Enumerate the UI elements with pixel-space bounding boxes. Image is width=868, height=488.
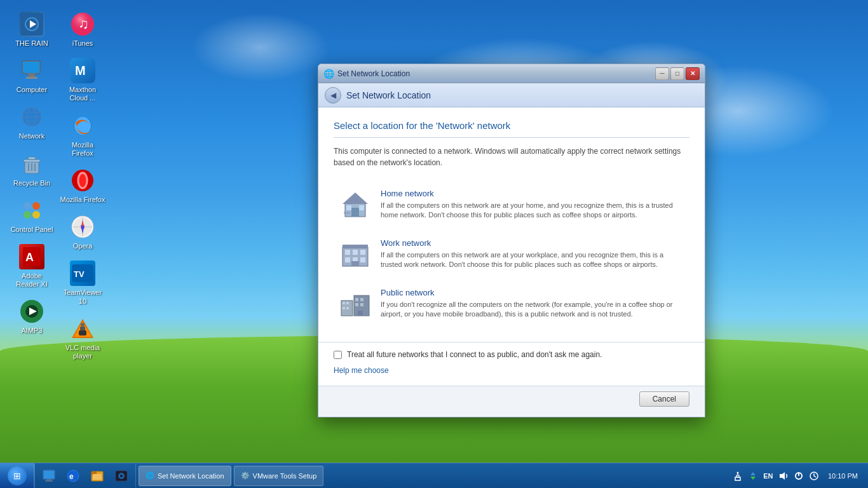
dialog-description: This computer is connected to a network.… — [334, 146, 689, 168]
public-network-option[interactable]: Public network If you don't recognize al… — [334, 280, 689, 327]
svg-rect-77 — [46, 479, 51, 480]
svg-rect-76 — [44, 471, 54, 478]
aimp3-label: AIMP3 — [21, 327, 42, 335]
control-panel-label: Control Panel — [11, 226, 53, 234]
start-button[interactable]: ⊞ — [0, 463, 34, 489]
taskbar-media-icon[interactable] — [110, 464, 133, 487]
desktop-icons-left: THE RAIN Computer — [6, 6, 57, 341]
tray-language-icon[interactable]: EN — [762, 470, 775, 482]
desktop-icon-maxthon[interactable]: M MaxthonCloud ... — [57, 53, 108, 107]
desktop-icon-recycle-bin[interactable]: Recycle Bin — [6, 146, 57, 193]
svg-marker-93 — [780, 472, 785, 480]
home-network-option[interactable]: Home network If all the computers on thi… — [334, 181, 689, 228]
cancel-button[interactable]: Cancel — [639, 391, 689, 407]
svg-rect-54 — [344, 212, 350, 214]
minimize-button[interactable]: ─ — [655, 67, 669, 80]
computer-label: Computer — [17, 86, 47, 94]
treat-public-checkbox[interactable] — [334, 351, 342, 359]
svg-rect-68 — [342, 307, 345, 309]
dialog-nav-title: Set Network Location — [346, 90, 431, 100]
taskbar-ie-icon[interactable]: e — [62, 464, 85, 487]
svg-point-90 — [736, 471, 738, 473]
help-me-choose-link[interactable]: Help me choose — [334, 366, 389, 375]
desktop-icon-adobe-reader[interactable]: A AdobeReader XI — [6, 239, 57, 294]
desktop-icon-aimp3[interactable]: AIMP3 — [6, 294, 57, 340]
desktop-icon-network[interactable]: Network — [6, 99, 57, 146]
svg-rect-66 — [342, 302, 345, 304]
tray-power-icon[interactable] — [792, 470, 805, 482]
back-button[interactable]: ◀ — [325, 87, 341, 104]
svg-rect-67 — [346, 302, 349, 304]
work-network-desc: If all the computers on this network are… — [381, 250, 683, 270]
dialog-footer: Treat all future networks that I connect… — [318, 342, 705, 386]
taskbar-vmware-label: VMware Tools Setup — [253, 472, 317, 480]
dialog-nav-bar: ◀ Set Network Location — [318, 83, 705, 107]
desktop-icon-itunes[interactable]: ♫ iTunes — [57, 6, 108, 53]
taskbar-items: 🌐 Set Network Location ⚙️ VMware Tools S… — [136, 466, 726, 486]
teamviewer-icon: TV — [70, 261, 95, 286]
desktop-icon-computer[interactable]: Computer — [6, 53, 57, 99]
tray-clock-icon[interactable] — [808, 470, 820, 482]
svg-rect-74 — [358, 311, 363, 316]
svg-rect-63 — [351, 261, 359, 266]
desktop-icon-vlc[interactable]: VLC mediaplayer — [57, 311, 108, 365]
desktop-icons-right: ♫ iTunes M MaxthonCloud ... — [57, 6, 108, 365]
svg-point-20 — [32, 202, 40, 210]
desktop-icon-control-panel[interactable]: Control Panel — [6, 193, 57, 239]
network-icon — [19, 104, 44, 130]
svg-point-19 — [24, 202, 31, 210]
svg-point-48 — [81, 323, 85, 327]
computer-icon — [19, 58, 44, 83]
desktop-icon-firefox[interactable]: MozillaFirefox — [57, 108, 108, 163]
desktop-icon-the-rain[interactable]: THE RAIN — [6, 6, 57, 53]
svg-rect-73 — [360, 303, 363, 306]
svg-point-86 — [120, 475, 123, 477]
svg-rect-6 — [26, 77, 37, 79]
svg-point-21 — [24, 211, 31, 219]
home-network-title[interactable]: Home network — [381, 189, 683, 198]
opera-icon — [70, 168, 95, 193]
maximize-button[interactable]: □ — [670, 67, 684, 80]
home-network-desc: If all the computers on this network are… — [381, 201, 683, 220]
svg-point-22 — [32, 211, 40, 219]
taskbar-show-desktop[interactable] — [37, 464, 60, 487]
dialog-subtitle: Select a location for the 'Network' netw… — [334, 120, 689, 138]
desktop-icon-opera[interactable]: Mozilla Firefox — [57, 163, 108, 209]
svg-rect-70 — [355, 298, 358, 301]
svg-rect-62 — [360, 257, 365, 262]
home-network-icon — [340, 189, 370, 219]
taskbar-explorer-icon[interactable] — [86, 464, 109, 487]
taskbar-set-network-label: Set Network Location — [158, 472, 224, 480]
svg-text:A: A — [25, 251, 34, 264]
public-network-title[interactable]: Public network — [381, 288, 683, 297]
aimp3-icon — [19, 299, 44, 324]
svg-rect-88 — [736, 475, 739, 477]
svg-text:♫: ♫ — [78, 16, 89, 32]
public-network-text: Public network If you don't recognize al… — [381, 288, 683, 320]
taskbar-vmware-btn[interactable]: ⚙️ VMware Tools Setup — [234, 466, 324, 486]
itunes-label: iTunes — [72, 39, 93, 48]
dialog-title-text: Set Network Location — [337, 69, 655, 78]
tray-volume-icon[interactable] — [777, 470, 790, 482]
svg-rect-56 — [342, 245, 368, 248]
tray-network-icon[interactable] — [731, 470, 744, 482]
work-network-icon — [340, 238, 370, 269]
tray-arrows-icon[interactable] — [747, 470, 759, 482]
desktop-icon-teamviewer[interactable]: TV TeamViewer10 — [57, 255, 108, 310]
svg-rect-47 — [80, 327, 85, 330]
svg-line-98 — [814, 476, 816, 477]
svg-rect-58 — [353, 250, 358, 255]
vlc-label: VLC mediaplayer — [65, 344, 100, 360]
taskbar-set-network-btn[interactable]: 🌐 Set Network Location — [139, 466, 231, 486]
svg-rect-46 — [79, 330, 86, 336]
work-network-title[interactable]: Work network — [381, 238, 683, 248]
svg-rect-71 — [360, 298, 363, 301]
treat-public-label: Treat all future networks that I connect… — [347, 350, 602, 359]
work-network-option[interactable]: Work network If all the computers on thi… — [334, 231, 689, 278]
desktop: THE RAIN Computer — [0, 0, 868, 488]
svg-rect-78 — [45, 480, 53, 482]
taskbar: ⊞ e — [0, 463, 868, 488]
close-button[interactable]: ✕ — [686, 67, 700, 80]
desktop-icon-safari[interactable]: Opera — [57, 209, 108, 255]
svg-rect-69 — [346, 307, 349, 309]
